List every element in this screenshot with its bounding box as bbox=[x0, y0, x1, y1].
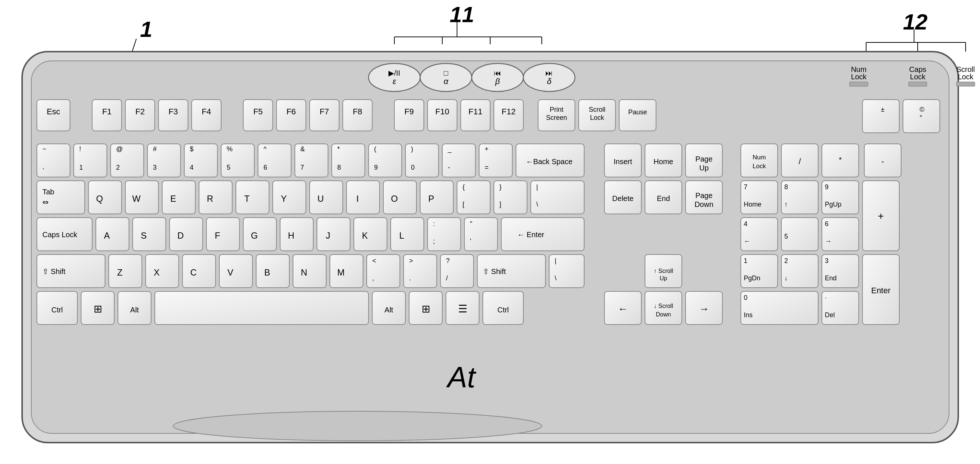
svg-text:F4: F4 bbox=[202, 107, 211, 116]
svg-rect-126 bbox=[37, 181, 85, 214]
svg-text:©: © bbox=[920, 106, 924, 113]
svg-text:Y: Y bbox=[281, 194, 287, 204]
svg-rect-79 bbox=[221, 144, 254, 177]
svg-text:J: J bbox=[326, 231, 330, 241]
svg-rect-216 bbox=[146, 255, 179, 288]
svg-text:End: End bbox=[825, 274, 837, 282]
svg-rect-220 bbox=[219, 255, 253, 288]
caps-lock-label2: Lock bbox=[910, 73, 926, 81]
svg-rect-178 bbox=[96, 218, 129, 251]
svg-text:3: 3 bbox=[153, 164, 157, 171]
svg-text:↓ Scroll: ↓ Scroll bbox=[654, 303, 673, 309]
svg-text:-: - bbox=[448, 164, 450, 171]
svg-text:5: 5 bbox=[784, 233, 788, 240]
svg-text:C: C bbox=[190, 268, 196, 277]
svg-text:Home: Home bbox=[744, 201, 762, 208]
svg-text:Enter: Enter bbox=[871, 286, 891, 295]
svg-text:F6: F6 bbox=[286, 107, 296, 116]
svg-text:%: % bbox=[227, 145, 232, 153]
svg-text:Up: Up bbox=[660, 275, 667, 281]
svg-text:8: 8 bbox=[784, 183, 788, 191]
svg-text:Print: Print bbox=[549, 106, 563, 113]
svg-text:H: H bbox=[288, 231, 294, 241]
svg-text:9: 9 bbox=[374, 164, 378, 171]
svg-rect-184 bbox=[207, 218, 240, 251]
svg-text:): ) bbox=[411, 145, 413, 153]
svg-text:F1: F1 bbox=[102, 107, 112, 116]
label-11: 11 bbox=[450, 2, 474, 27]
svg-rect-214 bbox=[109, 255, 142, 288]
svg-text:/: / bbox=[446, 274, 448, 282]
svg-rect-231 bbox=[404, 255, 437, 288]
svg-text:←Back Space: ←Back Space bbox=[526, 158, 573, 166]
svg-text:±: ± bbox=[881, 106, 885, 113]
svg-text::: : bbox=[433, 220, 435, 228]
svg-rect-67 bbox=[74, 144, 107, 177]
svg-text:7: 7 bbox=[744, 183, 748, 191]
svg-text:N: N bbox=[301, 268, 307, 277]
svg-text:|: | bbox=[536, 183, 538, 191]
svg-rect-91 bbox=[369, 144, 402, 177]
svg-rect-76 bbox=[184, 144, 218, 177]
svg-text:Ctrl: Ctrl bbox=[497, 306, 509, 314]
svg-rect-97 bbox=[442, 144, 476, 177]
svg-rect-188 bbox=[280, 218, 313, 251]
svg-rect-82 bbox=[258, 144, 291, 177]
svg-rect-30 bbox=[956, 82, 975, 86]
svg-rect-182 bbox=[170, 218, 203, 251]
svg-text:Down: Down bbox=[694, 200, 713, 208]
svg-rect-281 bbox=[822, 292, 859, 325]
svg-text:9: 9 bbox=[825, 183, 829, 191]
svg-rect-149 bbox=[457, 181, 490, 214]
svg-text:F7: F7 bbox=[320, 107, 329, 116]
svg-text:⊞: ⊞ bbox=[94, 303, 102, 315]
svg-text:F11: F11 bbox=[468, 107, 482, 116]
svg-text:F8: F8 bbox=[353, 107, 362, 116]
svg-text:Delete: Delete bbox=[612, 195, 633, 203]
svg-rect-152 bbox=[494, 181, 527, 214]
svg-rect-224 bbox=[293, 255, 326, 288]
diagram-container: 1 11 12 ▶/II ε □ α bbox=[0, 0, 980, 464]
svg-rect-29 bbox=[908, 82, 927, 86]
svg-text:`: ` bbox=[42, 167, 45, 175]
esc-key[interactable]: Esc bbox=[47, 107, 60, 116]
label-1: 1 bbox=[140, 17, 152, 41]
svg-text:^: ^ bbox=[264, 145, 267, 153]
svg-text:8: 8 bbox=[337, 164, 341, 171]
svg-text:O: O bbox=[391, 194, 398, 204]
svg-rect-226 bbox=[330, 255, 363, 288]
svg-text:W: W bbox=[132, 194, 141, 204]
svg-text:β: β bbox=[495, 77, 500, 86]
scroll-lock-label2: Lock bbox=[958, 73, 974, 81]
svg-text:$: $ bbox=[190, 145, 194, 153]
svg-text:_: _ bbox=[447, 145, 452, 153]
svg-text:←: ← bbox=[618, 303, 628, 315]
svg-rect-70 bbox=[111, 144, 144, 177]
svg-text:⇧ Shift: ⇧ Shift bbox=[42, 268, 65, 276]
svg-text:Tab: Tab bbox=[42, 188, 54, 196]
svg-text:°: ° bbox=[920, 114, 922, 121]
svg-text:·: · bbox=[825, 294, 827, 301]
svg-text:|: | bbox=[555, 257, 557, 265]
svg-text:⇔: ⇔ bbox=[42, 198, 49, 206]
svg-rect-119 bbox=[862, 100, 899, 133]
svg-text:A: A bbox=[104, 231, 110, 241]
svg-text:3: 3 bbox=[825, 257, 829, 265]
svg-text:Alt: Alt bbox=[130, 306, 139, 314]
svg-text:I: I bbox=[356, 194, 359, 204]
num-lock-label: Num bbox=[851, 65, 867, 73]
svg-text:@: @ bbox=[116, 145, 123, 153]
svg-text:2: 2 bbox=[116, 164, 120, 171]
svg-rect-278 bbox=[741, 292, 818, 325]
svg-rect-194 bbox=[391, 218, 424, 251]
svg-text:B: B bbox=[264, 268, 270, 277]
svg-text:<: < bbox=[372, 257, 376, 265]
svg-text:Pause: Pause bbox=[628, 108, 647, 116]
svg-rect-147 bbox=[420, 181, 453, 214]
svg-text:⏮: ⏮ bbox=[494, 69, 501, 77]
svg-text:↓: ↓ bbox=[784, 274, 788, 282]
svg-rect-85 bbox=[295, 144, 328, 177]
svg-text:K: K bbox=[362, 231, 368, 241]
svg-text:▶/II: ▶/II bbox=[388, 69, 400, 77]
svg-text:6: 6 bbox=[825, 220, 829, 228]
